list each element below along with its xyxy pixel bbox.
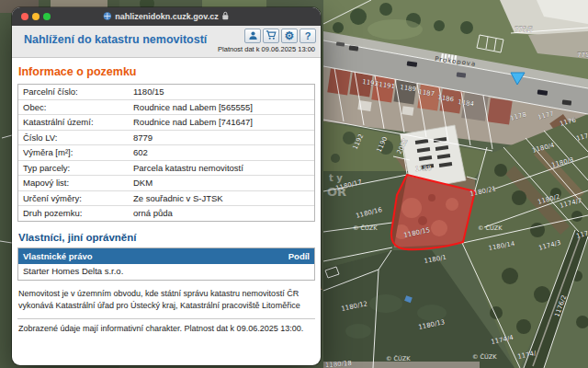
question-icon: ? bbox=[305, 31, 311, 41]
row-value: DKM bbox=[133, 178, 153, 188]
parcel-info-table: Parcelní číslo:1180/15 Obec:Roudnice nad… bbox=[17, 84, 315, 222]
cart-button[interactable] bbox=[263, 29, 279, 43]
table-row: Katastrální území:Roudnice nad Labem [74… bbox=[18, 115, 314, 131]
gear-icon: ⚙ bbox=[285, 30, 295, 41]
row-label: Parcelní číslo: bbox=[23, 86, 133, 97]
owners-table: Vlastnické právo Podíl Starter Homes Del… bbox=[17, 247, 315, 281]
svg-text:1188: 1188 bbox=[415, 165, 432, 173]
svg-text:1180/18: 1180/18 bbox=[325, 360, 353, 368]
close-window-button[interactable] bbox=[21, 13, 28, 20]
jurisdiction-note: Nemovitost je v územním obvodu, kde stát… bbox=[18, 288, 314, 313]
section-heading-parcel-info: Informace o pozemku bbox=[18, 65, 315, 78]
site-favicon bbox=[103, 12, 111, 22]
address-bar[interactable]: nahlizenidokn.cuzk.gov.cz bbox=[103, 11, 229, 22]
svg-text:775/: 775/ bbox=[577, 52, 588, 59]
photo-watermark-fragment: OR bbox=[327, 185, 346, 199]
minimize-window-button[interactable] bbox=[32, 13, 40, 20]
cuzk-watermark: © ČÚZK bbox=[472, 352, 497, 361]
table-row: Výměra [m²]:602 bbox=[18, 145, 314, 161]
row-label: Katastrální území: bbox=[23, 117, 133, 127]
url-text: nahlizenidokn.cuzk.gov.cz bbox=[115, 12, 218, 21]
owners-table-header: Vlastnické právo Podíl bbox=[18, 248, 314, 264]
owners-col-share: Podíl bbox=[288, 251, 310, 261]
photo-watermark-fragment: t y bbox=[329, 173, 343, 183]
table-row: Určení výměry:Ze souřadnic v S-JTSK bbox=[18, 191, 314, 207]
table-row: Mapový list:DKM bbox=[18, 176, 314, 191]
row-label: Druh pozemku: bbox=[23, 208, 133, 218]
row-value: Roudnice nad Labem [565555] bbox=[133, 102, 253, 112]
page-content: Informace o pozemku Parcelní číslo:1180/… bbox=[12, 58, 321, 333]
table-row: Číslo LV:8779 bbox=[18, 131, 314, 146]
cart-icon bbox=[266, 29, 277, 42]
owners-col-right: Vlastnické právo bbox=[23, 251, 93, 261]
row-label: Mapový list: bbox=[23, 178, 133, 188]
settings-button[interactable]: ⚙ bbox=[281, 29, 298, 43]
row-label: Výměra [m²]: bbox=[23, 147, 133, 157]
help-button[interactable]: ? bbox=[300, 29, 316, 43]
cuzk-watermark: © ČÚZK bbox=[386, 354, 411, 362]
table-row: Obec:Roudnice nad Labem [565555] bbox=[18, 100, 314, 116]
user-account-button[interactable] bbox=[244, 29, 261, 43]
divider bbox=[17, 318, 315, 319]
row-value: Roudnice nad Labem [741647] bbox=[133, 117, 253, 127]
table-row: Druh pozemku:orná půda bbox=[18, 206, 314, 221]
row-value: Ze souřadnic v S-JTSK bbox=[133, 193, 223, 203]
section-heading-owners: Vlastníci, jiní oprávnění bbox=[18, 232, 315, 243]
browser-window: nahlizenidokn.cuzk.gov.cz Nahlížení do k… bbox=[12, 7, 321, 365]
cuzk-watermark: © ČÚZK bbox=[353, 224, 378, 232]
user-icon bbox=[248, 30, 258, 42]
lock-icon bbox=[222, 11, 230, 22]
row-label: Číslo LV: bbox=[23, 132, 133, 143]
data-validity: Platnost dat k 09.06.2025 13:00 bbox=[218, 45, 315, 53]
owner-row: Starter Homes Delta s.r.o. bbox=[18, 264, 314, 280]
row-value: 1180/15 bbox=[133, 86, 164, 97]
page-title: Nahlížení do katastru nemovitostí bbox=[24, 33, 207, 46]
row-value: Parcela katastru nemovitostí bbox=[133, 163, 243, 173]
disclaimer-note: Zobrazené údaje mají informativní charak… bbox=[18, 324, 314, 333]
row-value: orná půda bbox=[133, 208, 173, 218]
row-value: 8779 bbox=[133, 132, 153, 143]
header-toolbar: ⚙ ? bbox=[244, 29, 316, 43]
row-value: 602 bbox=[133, 147, 148, 157]
svg-text:775/5: 775/5 bbox=[514, 26, 533, 33]
row-label: Určení výměry: bbox=[23, 193, 133, 203]
table-row: Parcelní číslo:1180/15 bbox=[18, 85, 314, 100]
row-label: Typ parcely: bbox=[23, 163, 133, 173]
zoom-window-button[interactable] bbox=[43, 13, 51, 20]
table-row: Typ parcely:Parcela katastru nemovitostí bbox=[18, 161, 314, 177]
app-header: Nahlížení do katastru nemovitostí ⚙ ? Pl… bbox=[12, 26, 321, 58]
row-label: Obec: bbox=[23, 102, 133, 112]
cuzk-watermark: © ČÚZK bbox=[478, 224, 503, 232]
window-titlebar[interactable]: nahlizenidokn.cuzk.gov.cz bbox=[12, 7, 321, 26]
